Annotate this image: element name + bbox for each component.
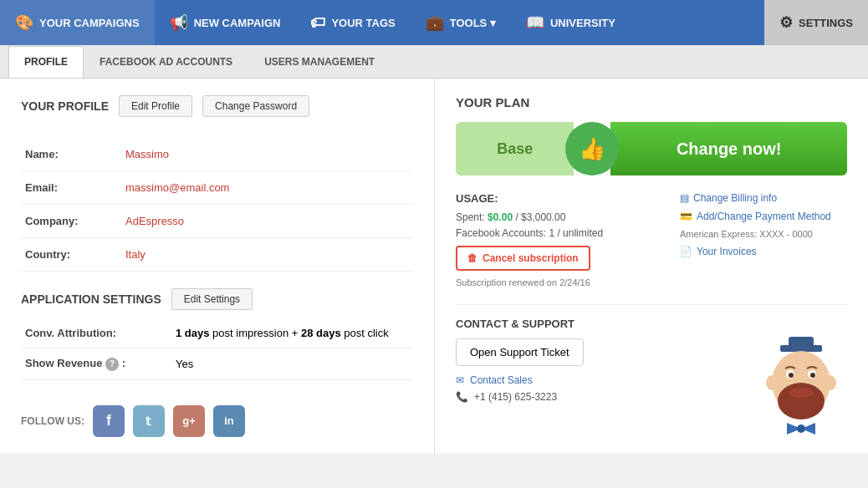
svg-point-6 bbox=[810, 373, 815, 378]
usage-billing-row: USAGE: Spent: $0.00 / $3,000.00 Facebook… bbox=[456, 192, 847, 287]
nav-settings[interactable]: ⚙ SETTINGS bbox=[764, 0, 868, 45]
svg-rect-1 bbox=[789, 337, 814, 348]
new-campaign-icon: 📢 bbox=[170, 13, 188, 32]
profile-section-header: YOUR PROFILE Edit Profile Change Passwor… bbox=[21, 95, 413, 125]
plan-box: Base 👍 Change now! bbox=[456, 122, 847, 175]
show-revenue-value: Yes bbox=[171, 348, 413, 380]
svg-point-13 bbox=[825, 375, 836, 390]
country-label: Country: bbox=[21, 238, 121, 272]
sub-nav: PROFILE FACEBOOK AD ACCOUNTS USERS MANAG… bbox=[0, 45, 868, 79]
svg-point-5 bbox=[789, 373, 794, 378]
show-revenue-help-icon[interactable]: ? bbox=[105, 358, 119, 371]
phone-icon: 📞 bbox=[456, 391, 468, 403]
settings-icon: ⚙ bbox=[779, 13, 793, 32]
company-value: AdEspresso bbox=[121, 205, 413, 238]
svg-point-11 bbox=[797, 424, 805, 433]
follow-us-label: FOLLOW US: bbox=[21, 415, 84, 427]
contact-sales-link[interactable]: Contact Sales bbox=[470, 374, 533, 386]
add-change-payment-link[interactable]: 💳 Add/Change Payment Method bbox=[680, 211, 847, 222]
fb-accounts-count: 1 bbox=[549, 227, 554, 239]
change-billing-info-link[interactable]: ▤ Change Billing info bbox=[680, 192, 847, 204]
profile-email-row: Email: massimo@email.com bbox=[21, 171, 413, 205]
phone-number: +1 (415) 625-3223 bbox=[474, 391, 557, 403]
left-panel: YOUR PROFILE Edit Profile Change Passwor… bbox=[0, 79, 435, 454]
nav-tools[interactable]: 💼 TOOLS ▾ bbox=[411, 0, 511, 45]
usage-title: USAGE: bbox=[456, 192, 663, 205]
university-icon: 📖 bbox=[526, 13, 544, 32]
company-label: Company: bbox=[21, 205, 121, 238]
card-info: American Express: XXXX - 0000 bbox=[680, 229, 847, 239]
fb-accounts-total: unlimited bbox=[563, 227, 603, 239]
change-now-button[interactable]: Change now! bbox=[610, 122, 847, 175]
conv-attr-label: Conv. Attribution: bbox=[21, 318, 171, 348]
trash-icon: 🗑 bbox=[467, 252, 477, 264]
tab-users-management[interactable]: USERS MANAGEMENT bbox=[248, 45, 391, 78]
facebook-accounts-line: Facebook Accounts: 1 / unlimited bbox=[456, 227, 663, 239]
plan-change-icon: 👍 bbox=[565, 122, 619, 175]
main-content: YOUR PROFILE Edit Profile Change Passwor… bbox=[0, 79, 868, 454]
plan-title: YOUR PLAN bbox=[456, 95, 847, 109]
email-value: massimo@email.com bbox=[121, 171, 413, 205]
profile-info-table: Name: Massimo Email: massimo@email.com C… bbox=[21, 138, 413, 272]
open-support-ticket-button[interactable]: Open Support Ticket bbox=[456, 338, 584, 366]
nav-campaigns[interactable]: 🎨 YOUR CAMPAIGNS bbox=[0, 0, 155, 45]
app-settings-table: Conv. Attribution: 1 days post impressio… bbox=[21, 318, 413, 380]
spent-amount: $0.00 bbox=[488, 211, 513, 223]
nav-university[interactable]: 📖 UNIVERSITY bbox=[511, 0, 631, 45]
billing-right: ▤ Change Billing info 💳 Add/Change Payme… bbox=[680, 192, 847, 287]
nav-your-tags[interactable]: 🏷 YOUR TAGS bbox=[295, 0, 410, 45]
profile-company-row: Company: AdEspresso bbox=[21, 205, 413, 238]
mascot-container bbox=[747, 333, 855, 441]
app-settings-title: APPLICATION SETTINGS bbox=[21, 292, 161, 306]
top-nav: 🎨 YOUR CAMPAIGNS 📢 NEW CAMPAIGN 🏷 YOUR T… bbox=[0, 0, 868, 45]
tags-icon: 🏷 bbox=[310, 14, 325, 32]
name-value: Massimo bbox=[121, 138, 413, 171]
country-value: Italy bbox=[121, 238, 413, 272]
payment-icon: 💳 bbox=[680, 211, 692, 222]
profile-section-title: YOUR PROFILE bbox=[21, 99, 109, 113]
usage-left: USAGE: Spent: $0.00 / $3,000.00 Facebook… bbox=[456, 192, 663, 287]
plan-base: Base bbox=[456, 122, 574, 175]
nav-new-campaign[interactable]: 📢 NEW CAMPAIGN bbox=[155, 0, 296, 45]
name-label: Name: bbox=[21, 138, 121, 171]
spent-total: $3,000.00 bbox=[521, 211, 565, 223]
app-settings-header: APPLICATION SETTINGS Edit Settings bbox=[21, 288, 413, 310]
right-panel: YOUR PLAN Base 👍 Change now! USAGE: Spen… bbox=[435, 79, 868, 454]
profile-name-row: Name: Massimo bbox=[21, 138, 413, 171]
spent-line: Spent: $0.00 / $3,000.00 bbox=[456, 211, 663, 223]
tab-profile[interactable]: PROFILE bbox=[8, 46, 84, 78]
follow-us-section: FOLLOW US: f 𝕥 g+ in bbox=[21, 405, 413, 437]
google-plus-social-icon[interactable]: g+ bbox=[173, 405, 205, 437]
tools-icon: 💼 bbox=[426, 13, 444, 32]
invoice-icon: 📄 bbox=[680, 246, 692, 257]
linkedin-social-icon[interactable]: in bbox=[213, 405, 245, 437]
cancel-subscription-button[interactable]: 🗑 Cancel subscription bbox=[456, 246, 590, 271]
conv-attribution-row: Conv. Attribution: 1 days post impressio… bbox=[21, 318, 413, 348]
mascot-svg bbox=[747, 333, 855, 441]
edit-settings-button[interactable]: Edit Settings bbox=[171, 288, 253, 310]
plan-section: YOUR PLAN Base 👍 Change now! bbox=[456, 95, 847, 175]
twitter-social-icon[interactable]: 𝕥 bbox=[133, 405, 165, 437]
svg-point-8 bbox=[789, 388, 814, 398]
conv-attr-value: 1 days post impression + 28 days post cl… bbox=[171, 318, 413, 348]
renew-text: Subscription renewed on 2/24/16 bbox=[456, 277, 663, 287]
tab-facebook-ad-accounts[interactable]: FACEBOOK AD ACCOUNTS bbox=[84, 45, 248, 78]
contact-title: CONTACT & SUPPORT bbox=[456, 318, 847, 330]
email-icon: ✉ bbox=[456, 374, 464, 386]
edit-profile-button[interactable]: Edit Profile bbox=[119, 95, 192, 117]
campaigns-icon: 🎨 bbox=[15, 13, 33, 32]
facebook-social-icon[interactable]: f bbox=[93, 405, 125, 437]
profile-country-row: Country: Italy bbox=[21, 238, 413, 272]
your-invoices-link[interactable]: 📄 Your Invoices bbox=[680, 246, 847, 257]
show-revenue-label: Show Revenue ? : bbox=[21, 348, 171, 380]
change-password-button[interactable]: Change Password bbox=[202, 95, 309, 117]
email-label: Email: bbox=[21, 171, 121, 205]
show-revenue-row: Show Revenue ? : Yes bbox=[21, 348, 413, 380]
billing-icon: ▤ bbox=[680, 192, 689, 204]
svg-point-12 bbox=[766, 375, 778, 390]
